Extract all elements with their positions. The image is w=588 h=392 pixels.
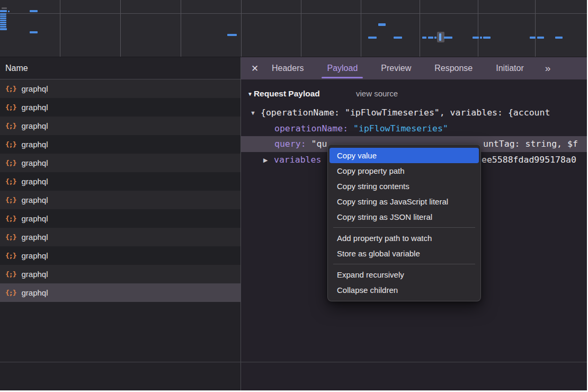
timeline-gridline	[420, 0, 420, 57]
request-row[interactable]: {;}graphql	[0, 246, 240, 265]
menu-item-copy-string-contents[interactable]: Copy string contents	[329, 179, 479, 194]
request-name-label: graphql	[21, 251, 48, 260]
waterfall-bar	[537, 37, 544, 39]
request-row[interactable]: {;}graphql	[0, 172, 240, 191]
property-key: operationName:	[274, 123, 353, 133]
network-overview-timeline[interactable]	[0, 0, 587, 57]
waterfall-bar	[378, 23, 386, 26]
waterfall-bar	[0, 10, 7, 12]
close-icon[interactable]: ✕	[250, 63, 260, 74]
waterfall-bar	[0, 13, 6, 15]
property-key: variables	[274, 152, 321, 168]
timeline-gridline	[60, 0, 60, 57]
timeline-gridline	[241, 0, 242, 57]
request-row[interactable]: {;}graphql	[0, 154, 240, 172]
menu-item-collapse-children[interactable]: Collapse children	[329, 282, 479, 298]
json-braces-icon: {;}	[5, 103, 16, 111]
waterfall-bar	[30, 10, 38, 12]
menu-item-add-property-path-to-watch[interactable]: Add property path to watch	[329, 230, 479, 246]
menu-separator	[333, 227, 475, 228]
json-braces-icon: {;}	[5, 177, 16, 185]
tab-payload[interactable]: Payload	[327, 57, 358, 79]
request-row[interactable]: {;}graphql	[0, 98, 240, 117]
waterfall-bar	[439, 33, 441, 41]
request-row[interactable]: {;}graphql	[0, 265, 240, 283]
request-row[interactable]: {;}graphql	[0, 191, 240, 209]
menu-item-copy-string-as-javascript-literal[interactable]: Copy string as JavaScript literal	[329, 194, 479, 209]
tab-headers[interactable]: Headers	[272, 57, 304, 79]
request-payload-section-header[interactable]: ▼Request Payload view source	[247, 89, 320, 99]
expand-arrow-icon[interactable]: ▶	[263, 152, 268, 168]
devtools-network-panel: Name {;}graphql{;}graphql{;}graphql{;}gr…	[0, 0, 587, 390]
menu-item-copy-property-path[interactable]: Copy property path	[329, 163, 479, 179]
property-value-left: "qu	[311, 139, 327, 149]
request-rows: {;}graphql{;}graphql{;}graphql{;}graphql…	[0, 79, 240, 302]
json-braces-icon: {;}	[5, 252, 16, 260]
tab-response[interactable]: Response	[434, 57, 473, 79]
request-name-label: graphql	[21, 140, 48, 149]
waterfall-bar	[368, 37, 377, 39]
json-braces-icon: {;}	[5, 140, 16, 148]
request-row[interactable]: {;}graphql	[0, 79, 240, 98]
timeline-gridline	[181, 0, 181, 57]
request-name-label: graphql	[21, 233, 48, 242]
timeline-gridline	[301, 0, 301, 57]
request-name-label: graphql	[21, 103, 48, 112]
tree-row-root[interactable]: ▼ {operationName: "ipFlowTimeseries", va…	[241, 105, 587, 121]
waterfall-bar	[8, 11, 10, 12]
tab-initiator[interactable]: Initiator	[496, 57, 523, 79]
tree-row-operation-name[interactable]: operationName: "ipFlowTimeseries"	[241, 121, 587, 137]
waterfall-bar	[394, 37, 402, 39]
waterfall-bar	[0, 17, 6, 19]
waterfall-bar-gray	[2, 7, 7, 9]
json-braces-icon: {;}	[5, 233, 16, 241]
waterfall-bar	[0, 15, 6, 17]
waterfall-bar	[0, 24, 6, 25]
waterfall-bar	[434, 37, 436, 39]
request-row[interactable]: {;}graphql	[0, 117, 240, 135]
timeline-gridline	[0, 13, 587, 14]
property-value-right: untTag: string, $f	[483, 136, 578, 152]
request-row[interactable]: {;}graphql	[0, 283, 240, 302]
waterfall-bar	[0, 28, 7, 30]
request-name-label: graphql	[21, 270, 48, 279]
request-row[interactable]: {;}graphql	[0, 228, 240, 246]
request-row[interactable]: {;}graphql	[0, 135, 240, 154]
request-row[interactable]: {;}graphql	[0, 209, 240, 228]
json-braces-icon: {;}	[5, 122, 16, 130]
request-name-label: graphql	[21, 177, 48, 186]
menu-item-copy-value[interactable]: Copy value	[329, 148, 479, 163]
waterfall-bar	[444, 37, 452, 39]
request-name-label: graphql	[21, 121, 48, 130]
request-name-label: graphql	[21, 84, 48, 93]
json-braces-icon: {;}	[5, 270, 16, 278]
waterfall-bar	[480, 37, 482, 39]
menu-item-expand-recursively[interactable]: Expand recursively	[329, 267, 479, 282]
menu-separator	[333, 264, 475, 264]
json-braces-icon: {;}	[5, 159, 16, 167]
detail-tabbar: ✕ Headers Payload Preview Response Initi…	[241, 57, 587, 79]
waterfall-bar	[428, 37, 433, 39]
json-braces-icon: {;}	[5, 196, 16, 204]
property-value-right: ee5588fdad995178a0	[482, 152, 576, 168]
waterfall-bar	[0, 20, 6, 21]
waterfall-bar	[483, 37, 491, 39]
timeline-gridline	[535, 0, 536, 57]
waterfall-bar	[30, 31, 38, 33]
view-source-link[interactable]: view source	[356, 89, 398, 98]
request-name-label: graphql	[21, 214, 48, 223]
menu-item-copy-string-as-json-literal[interactable]: Copy string as JSON literal	[329, 209, 479, 225]
section-title: Request Payload	[254, 89, 320, 98]
summary-divider	[0, 362, 587, 362]
name-column-header[interactable]: Name	[0, 57, 240, 79]
expand-arrow-icon[interactable]: ▼	[250, 105, 256, 121]
more-tabs-icon[interactable]: »	[545, 63, 550, 74]
waterfall-bar	[422, 37, 426, 39]
tab-preview[interactable]: Preview	[381, 57, 411, 79]
menu-item-store-as-global-variable[interactable]: Store as global variable	[329, 246, 479, 261]
waterfall-bar	[473, 37, 479, 39]
section-collapse-icon[interactable]: ▼	[247, 91, 253, 97]
timeline-gridline	[361, 0, 361, 57]
json-braces-icon: {;}	[5, 289, 16, 297]
property-key: query:	[274, 139, 311, 149]
